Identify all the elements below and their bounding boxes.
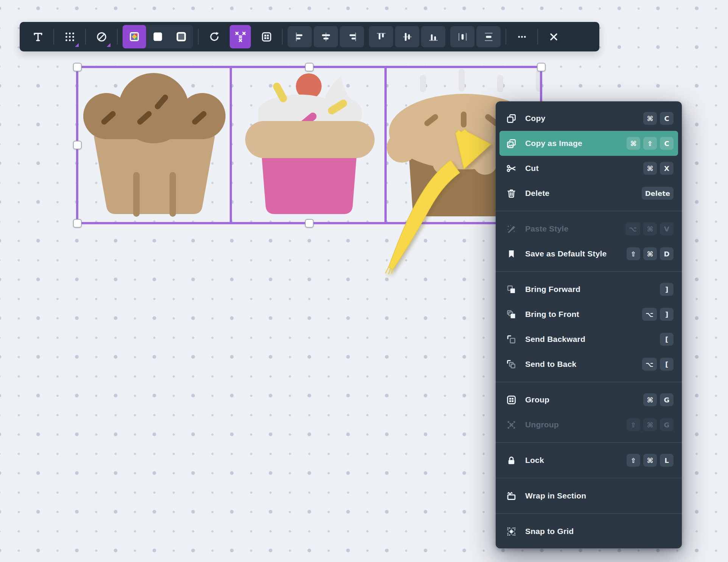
- bring-forward-icon: [506, 284, 517, 295]
- menu-item-label: Copy as Image: [525, 139, 582, 148]
- menu-item-label: Wrap in Section: [525, 491, 586, 500]
- menu-item-wrap-in-section[interactable]: Wrap in Section: [496, 483, 682, 508]
- bring-to-front-icon: [506, 309, 517, 320]
- toolbar-divider: [282, 29, 283, 45]
- shortcut-keys: ⌘⇧C: [627, 137, 674, 150]
- distribute-vertical-icon: [483, 31, 495, 43]
- no-fill-button[interactable]: [91, 25, 112, 48]
- shortcut-keys: [: [660, 333, 674, 346]
- delete-icon: [506, 188, 517, 199]
- toolbar-divider: [53, 29, 54, 45]
- menu-item-label: Save as Default Style: [525, 249, 607, 258]
- keycap: G: [660, 393, 674, 406]
- keycap: ⌘: [643, 454, 657, 467]
- shortcut-keys: ⌘G: [643, 393, 674, 406]
- menu-item-label: Group: [525, 395, 549, 404]
- toolbar-button-group: [369, 26, 445, 47]
- distribute-horizontal-button[interactable]: [450, 26, 474, 47]
- save-default-style-icon: [506, 248, 517, 259]
- toolbar-divider: [198, 29, 199, 45]
- menu-item-send-to-back[interactable]: Send to Back⌥[: [496, 352, 682, 377]
- rotate-icon: [208, 31, 220, 43]
- menu-divider: [496, 271, 682, 272]
- more-options-icon: [516, 31, 528, 43]
- rotate-button[interactable]: [204, 25, 225, 48]
- menu-item-ungroup: Ungroup⇧⌘G: [496, 412, 682, 437]
- keycap: ⌘: [643, 247, 657, 260]
- align-top-button[interactable]: [369, 26, 393, 47]
- stroke-swatch-icon: [174, 30, 188, 43]
- menu-item-label: Paste Style: [525, 224, 568, 233]
- align-middle-vertical-button[interactable]: [395, 26, 419, 47]
- keycap: D: [660, 247, 674, 260]
- stroke-swatch-button[interactable]: [170, 25, 193, 48]
- align-center-horizontal-button[interactable]: [314, 26, 338, 47]
- menu-item-bring-forward[interactable]: Bring Forward]: [496, 277, 682, 302]
- menu-item-lock[interactable]: Lock⇧⌘L: [496, 448, 682, 473]
- align-center-horizontal-icon: [320, 31, 332, 43]
- tidy-arrange-button[interactable]: [230, 25, 251, 48]
- white-fill-swatch-icon: [151, 30, 165, 43]
- copy-as-image-icon: [506, 138, 517, 149]
- menu-divider: [496, 382, 682, 382]
- menu-item-delete[interactable]: DeleteDelete: [496, 181, 682, 206]
- close-icon: [548, 31, 560, 43]
- shape-dots-button[interactable]: [59, 25, 80, 48]
- menu-item-cut[interactable]: Cut⌘X: [496, 156, 682, 181]
- menu-item-snap-to-grid[interactable]: Snap to Grid: [496, 519, 682, 544]
- keycap: ⌥: [625, 222, 640, 235]
- close-button[interactable]: [543, 25, 564, 48]
- text-tool-button[interactable]: [27, 25, 48, 48]
- keycap: C: [660, 112, 674, 125]
- align-top-icon: [375, 31, 387, 43]
- align-left-button[interactable]: [288, 26, 312, 47]
- keycap: V: [660, 222, 674, 235]
- menu-item-bring-to-front[interactable]: Bring to Front⌥]: [496, 302, 682, 327]
- tidy-arrange-icon: [235, 31, 246, 43]
- keycap: G: [660, 418, 674, 431]
- menu-divider: [496, 442, 682, 443]
- shortcut-keys: ⌥⌘V: [625, 222, 674, 235]
- keycap: ⌥: [642, 358, 657, 371]
- white-fill-swatch-button[interactable]: [146, 25, 170, 48]
- snap-to-grid-icon: [506, 526, 517, 537]
- align-right-button[interactable]: [340, 26, 364, 47]
- menu-item-label: Send to Back: [525, 360, 576, 369]
- align-bottom-button[interactable]: [421, 26, 445, 47]
- keycap: ]: [660, 308, 674, 321]
- paste-style-icon: [506, 223, 517, 234]
- keycap: ⇧: [643, 137, 657, 150]
- keycap: [: [660, 333, 674, 346]
- image-fill-swatch-icon: [128, 30, 141, 43]
- keycap: ⇧: [627, 418, 640, 431]
- image-fill-swatch-button[interactable]: [123, 25, 146, 48]
- grid-button[interactable]: [256, 25, 277, 48]
- keycap: X: [660, 162, 674, 175]
- send-backward-icon: [506, 334, 517, 345]
- keycap: ⌘: [643, 162, 657, 175]
- menu-item-copy-as-image[interactable]: Copy as Image⌘⇧C: [499, 131, 678, 156]
- toolbar-divider: [85, 29, 86, 45]
- distribute-vertical-button[interactable]: [476, 26, 501, 47]
- swatch-group: [123, 25, 193, 48]
- toolbar-divider: [506, 29, 506, 45]
- menu-item-save-as-default-style[interactable]: Save as Default Style⇧⌘D: [496, 241, 682, 266]
- toolbar-divider: [537, 29, 538, 45]
- no-fill-icon: [96, 31, 107, 43]
- menu-item-label: Lock: [525, 456, 544, 465]
- toolbar-divider: [117, 29, 118, 45]
- menu-item-label: Delete: [525, 189, 549, 198]
- keycap: C: [660, 137, 674, 150]
- context-menu: Copy⌘CCopy as Image⌘⇧CCut⌘XDeleteDeleteP…: [496, 101, 682, 548]
- menu-item-label: Snap to Grid: [525, 527, 574, 536]
- menu-item-copy[interactable]: Copy⌘C: [496, 106, 682, 131]
- shortcut-keys: ⇧⌘G: [627, 418, 674, 431]
- menu-item-group[interactable]: Group⌘G: [496, 387, 682, 412]
- cut-icon: [506, 163, 517, 174]
- more-options-button[interactable]: [511, 25, 532, 48]
- menu-divider: [496, 513, 682, 514]
- keycap: ⌘: [643, 418, 657, 431]
- menu-item-send-backward[interactable]: Send Backward[: [496, 327, 682, 352]
- group-icon: [506, 394, 517, 405]
- grid-icon: [261, 31, 272, 43]
